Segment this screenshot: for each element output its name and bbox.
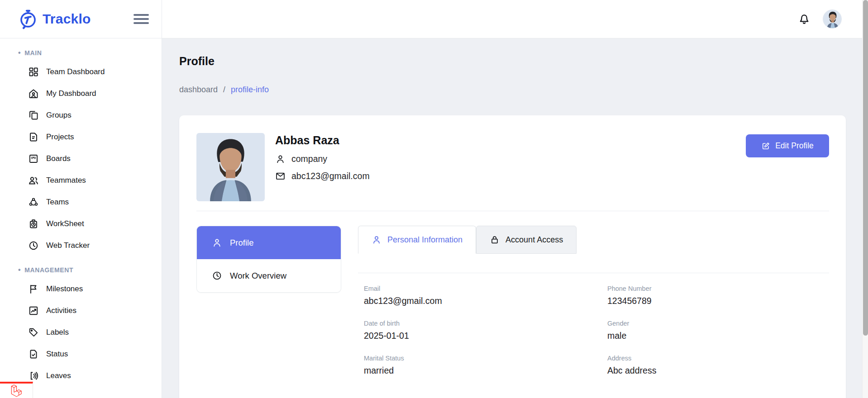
file-check-icon: [28, 349, 39, 360]
sidebar-item-groups[interactable]: Groups: [0, 104, 162, 126]
profile-head-info: Abbas Raza company: [275, 133, 370, 181]
team-group-icon: [28, 197, 39, 208]
topbar: [162, 0, 868, 38]
bullet-dot: •: [18, 49, 21, 57]
lock-icon: [490, 235, 500, 245]
tag-icon: [28, 327, 39, 338]
people-icon: [28, 175, 39, 186]
profile-panel: Personal Information Account Access: [358, 226, 829, 376]
profile-email: abc123@gmail.com: [291, 171, 370, 181]
dashboard-grid-icon: [28, 66, 39, 77]
leave-exit-icon: [28, 370, 39, 381]
user-avatar[interactable]: [823, 9, 842, 28]
punch-clock-icon: [28, 218, 39, 229]
kanban-board-icon: [28, 153, 39, 164]
scrollbar-thumb[interactable]: [863, 0, 868, 336]
sidebar-item-boards[interactable]: Boards: [0, 148, 162, 170]
side-menu-item-profile[interactable]: Profile: [197, 226, 341, 259]
nav-section-label: • MANAGEMENT: [0, 266, 162, 274]
profile-name: Abbas Raza: [275, 134, 370, 147]
tab-account-access[interactable]: Account Access: [476, 226, 577, 254]
profile-company: company: [291, 154, 327, 164]
breadcrumb-dashboard[interactable]: dashboard: [179, 85, 218, 95]
fields-grid: Email abc123@gmail.com Phone Number 1234…: [364, 285, 823, 376]
main-content: Profile dashboard / profile-info Abbas R…: [162, 38, 868, 398]
clock-icon: [28, 240, 39, 251]
sidebar-item-web-tracker[interactable]: Web Tracker: [0, 235, 162, 256]
profile-company-row: company: [275, 154, 370, 164]
profile-card-body: Profile Work Overview: [196, 226, 829, 376]
sidebar-header: Tracklo: [0, 0, 162, 38]
field-phone-number: Phone Number 123456789: [607, 285, 823, 306]
mail-icon: [275, 171, 286, 181]
profile-side-menu: Profile Work Overview: [196, 226, 341, 293]
trending-chart-icon: [28, 305, 39, 316]
edit-icon: [761, 142, 770, 151]
nav-section-label: • MAIN: [0, 49, 162, 57]
profile-email-row: abc123@gmail.com: [275, 171, 370, 181]
sidebar-item-projects[interactable]: Projects: [0, 126, 162, 148]
tab-personal-information[interactable]: Personal Information: [358, 226, 476, 254]
brand-name: Tracklo: [43, 11, 91, 27]
stopwatch-icon: [18, 9, 38, 29]
copy-pages-icon: [28, 110, 39, 121]
sidebar-item-status[interactable]: Status: [0, 343, 162, 365]
sidebar-item-activities[interactable]: Activities: [0, 300, 162, 322]
personal-information-panel: Email abc123@gmail.com Phone Number 1234…: [358, 273, 829, 376]
sidebar-item-team-dashboard[interactable]: Team Dashboard: [0, 61, 162, 83]
breadcrumb-separator: /: [223, 85, 225, 95]
hamburger-icon[interactable]: [134, 13, 149, 25]
field-gender: Gender male: [607, 320, 823, 341]
sidebar-nav: • MAIN Team Dashboard: [0, 38, 162, 387]
brand-logo[interactable]: Tracklo: [18, 9, 91, 29]
laravel-debugbar-toggle[interactable]: [0, 382, 33, 398]
home-user-icon: [28, 88, 39, 99]
breadcrumb-profile-info[interactable]: profile-info: [231, 85, 269, 95]
profile-card: Abbas Raza company: [179, 115, 846, 398]
page-title: Profile: [179, 55, 846, 68]
sidebar: Tracklo • MAIN: [0, 0, 162, 398]
document-icon: [28, 132, 39, 142]
field-date-of-birth: Date of birth 2025-01-01: [364, 320, 607, 341]
sidebar-item-labels[interactable]: Labels: [0, 322, 162, 343]
breadcrumb: dashboard / profile-info: [179, 85, 846, 95]
field-email: Email abc123@gmail.com: [364, 285, 607, 306]
sidebar-item-milestones[interactable]: Milestones: [0, 278, 162, 300]
profile-photo: [196, 133, 265, 201]
app-window: Tracklo • MAIN: [0, 0, 868, 398]
vertical-scrollbar[interactable]: [862, 0, 868, 398]
nav-section-main: • MAIN Team Dashboard: [0, 49, 162, 256]
sidebar-item-worksheet[interactable]: WorkSheet: [0, 213, 162, 235]
card-divider: [196, 211, 829, 211]
sidebar-item-teams[interactable]: Teams: [0, 191, 162, 213]
laravel-logo-icon: [10, 384, 23, 397]
nav-section-management: • MANAGEMENT Milestones: [0, 266, 162, 387]
profile-card-header: Abbas Raza company: [196, 133, 829, 201]
field-marital-status: Marital Status married: [364, 355, 607, 376]
clock-icon: [212, 270, 222, 281]
bell-icon[interactable]: [797, 12, 811, 26]
edit-profile-button[interactable]: Edit Profile: [746, 134, 829, 157]
sidebar-item-my-dashboard[interactable]: My Dashboard: [0, 83, 162, 104]
person-icon: [212, 237, 222, 248]
sidebar-item-teammates[interactable]: Teammates: [0, 170, 162, 191]
person-icon: [275, 154, 286, 164]
field-address: Address Abc address: [607, 355, 823, 376]
person-icon: [372, 235, 382, 245]
bullet-dot: •: [18, 266, 21, 274]
flag-icon: [28, 284, 39, 294]
tab-row: Personal Information Account Access: [358, 226, 829, 254]
side-menu-item-work-overview[interactable]: Work Overview: [197, 259, 341, 292]
